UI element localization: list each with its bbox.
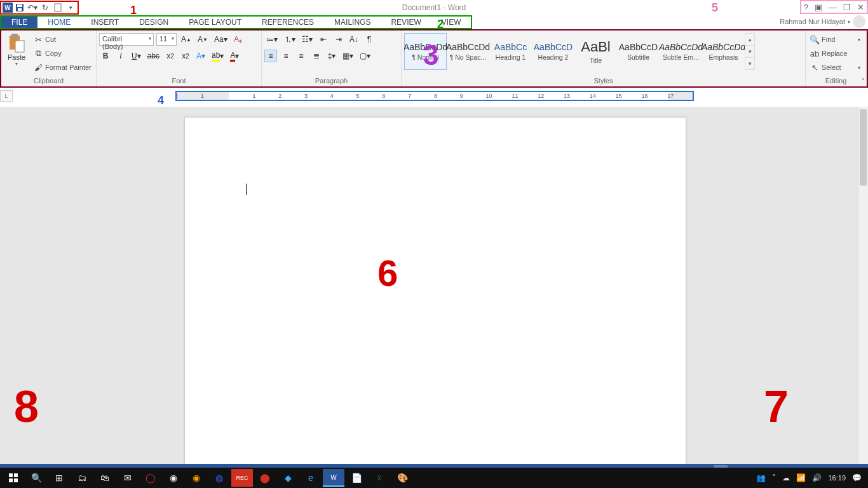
opera-button[interactable]: ◯: [140, 469, 161, 487]
text-effects-button[interactable]: A▾: [194, 50, 207, 62]
font-color-button[interactable]: A▾: [228, 50, 241, 62]
paint-button[interactable]: 🎨: [391, 469, 413, 487]
close-button[interactable]: ✕: [857, 3, 864, 12]
taskview-button[interactable]: ⊞: [48, 469, 70, 487]
borders-button[interactable]: ▢▾: [358, 50, 372, 62]
style-subtle-em-[interactable]: AaBbCcDdSubtle Em...: [660, 33, 702, 70]
tab-home[interactable]: HOME: [37, 17, 81, 28]
word-taskbar-button[interactable]: W: [323, 469, 344, 487]
redo-button[interactable]: ↻: [39, 2, 51, 13]
grow-font-button[interactable]: A▲: [179, 33, 193, 46]
highlight-button[interactable]: ab▾: [210, 50, 226, 62]
notifications-icon[interactable]: 💬: [852, 473, 862, 482]
clear-format-button[interactable]: Aᵩ: [232, 33, 245, 46]
edge-button[interactable]: e: [300, 469, 322, 487]
styles-up-button[interactable]: ▴: [745, 34, 754, 46]
start-button[interactable]: [3, 469, 24, 487]
excel-button[interactable]: X: [369, 469, 390, 487]
style--no-spac-[interactable]: AaBbCcDd¶ No Spac...: [447, 33, 489, 70]
font-name-combo[interactable]: Calibri (Body): [99, 33, 154, 46]
search-button[interactable]: 🔍: [25, 469, 47, 487]
tab-references[interactable]: REFERENCES: [252, 17, 324, 28]
scrollbar-thumb[interactable]: [860, 109, 867, 186]
styles-gallery[interactable]: AaBbCcDd¶ NormalAaBbCcDd¶ No Spac...AaBb…: [404, 33, 745, 70]
cut-button[interactable]: ✂Cut: [32, 33, 93, 46]
mail-button[interactable]: ✉: [117, 469, 139, 487]
onedrive-icon[interactable]: ☁: [782, 473, 790, 482]
copy-button[interactable]: ⧉Copy: [32, 47, 93, 60]
select-button[interactable]: ↖Select▾: [808, 61, 862, 74]
app-button-2[interactable]: ◆: [277, 469, 299, 487]
tab-mailings[interactable]: MAILINGS: [324, 17, 381, 28]
collapse-ribbon-button[interactable]: ˄: [862, 78, 865, 85]
recorder-button[interactable]: REC: [231, 469, 253, 487]
explorer-button[interactable]: 🗂: [71, 469, 93, 487]
new-doc-button[interactable]: [52, 2, 64, 13]
ribbon: Paste ▾ ✂Cut ⧉Copy 🖌Format Painter Clipb…: [0, 29, 868, 88]
shrink-font-button[interactable]: A▼: [196, 33, 210, 46]
tab-review[interactable]: REVIEW: [381, 17, 431, 28]
save-button[interactable]: [14, 2, 25, 13]
app-button-1[interactable]: ◍: [208, 469, 230, 487]
style-title[interactable]: AaBlTitle: [574, 33, 617, 70]
styles-down-button[interactable]: ▾: [745, 46, 754, 58]
show-marks-button[interactable]: ¶: [363, 33, 376, 46]
style-heading-2[interactable]: AaBbCcDHeading 2: [532, 33, 574, 70]
people-icon[interactable]: 👥: [756, 473, 766, 482]
change-case-button[interactable]: Aa▾: [212, 33, 229, 46]
tray-up-icon[interactable]: ˄: [772, 473, 776, 482]
firefox-button[interactable]: ◉: [186, 469, 207, 487]
find-icon: 🔍: [810, 34, 820, 44]
paste-button[interactable]: Paste ▾: [4, 33, 29, 67]
format-painter-button[interactable]: 🖌Format Painter: [32, 61, 93, 74]
tab-insert[interactable]: INSERT: [81, 17, 129, 28]
style-emphasis[interactable]: AaBbCcDdEmphasis: [702, 33, 745, 70]
horizontal-ruler[interactable]: 21123456789101112131415161718: [175, 91, 694, 101]
account-name[interactable]: Rahmad Nur Hidayat▾: [780, 15, 865, 28]
tab-page-layout[interactable]: PAGE LAYOUT: [179, 17, 252, 28]
store-button[interactable]: 🛍: [94, 469, 116, 487]
align-right-button[interactable]: ≡: [295, 50, 308, 62]
notepad-button[interactable]: 📄: [346, 469, 367, 487]
align-left-button[interactable]: ≡: [264, 50, 277, 62]
minimize-button[interactable]: —: [829, 3, 837, 12]
replace-button[interactable]: abReplace: [808, 47, 862, 60]
shading-button[interactable]: ▦▾: [341, 50, 355, 62]
record-dot-button[interactable]: ⬤: [254, 469, 276, 487]
qat-customize-button[interactable]: ▾: [65, 2, 76, 13]
find-button[interactable]: 🔍Find▾: [808, 33, 862, 46]
numbering-button[interactable]: ⒈▾: [282, 33, 297, 46]
style-heading-1[interactable]: AaBbCcHeading 1: [489, 33, 532, 70]
sort-button[interactable]: A↓: [348, 33, 360, 46]
ribbon-display-button[interactable]: ▣: [815, 3, 822, 12]
restore-button[interactable]: ❐: [843, 3, 851, 12]
subscript-button[interactable]: x2: [164, 50, 177, 62]
chrome-button[interactable]: ◉: [163, 469, 184, 487]
decrease-indent-button[interactable]: ⇤: [317, 33, 330, 46]
volume-icon[interactable]: 🔊: [812, 473, 822, 482]
strike-button[interactable]: abc: [146, 50, 161, 62]
tab-design[interactable]: DESIGN: [129, 17, 179, 28]
style--normal[interactable]: AaBbCcDd¶ Normal: [404, 33, 447, 70]
vertical-scrollbar[interactable]: [858, 107, 868, 466]
superscript-button[interactable]: x2: [179, 50, 192, 62]
wifi-icon[interactable]: 📶: [796, 473, 806, 482]
undo-button[interactable]: ↶▾: [27, 2, 38, 13]
line-spacing-button[interactable]: ‡▾: [325, 50, 338, 62]
tab-file[interactable]: FILE: [1, 17, 37, 28]
bullets-button[interactable]: ≔▾: [264, 33, 280, 46]
clock[interactable]: 16:19: [828, 474, 846, 482]
tab-view[interactable]: VIEW: [431, 17, 471, 28]
multilevel-button[interactable]: ☷▾: [300, 33, 315, 46]
help-button[interactable]: ?: [804, 3, 808, 12]
page[interactable]: [184, 117, 686, 488]
align-justify-button[interactable]: ≣: [310, 50, 323, 62]
italic-button[interactable]: I: [114, 50, 127, 62]
style-subtitle[interactable]: AaBbCcDSubtitle: [617, 33, 660, 70]
underline-button[interactable]: U▾: [130, 50, 143, 62]
align-center-button[interactable]: ≡: [280, 50, 292, 62]
bold-button[interactable]: B: [99, 50, 112, 62]
increase-indent-button[interactable]: ⇥: [332, 33, 345, 46]
styles-more-button[interactable]: ▾: [745, 58, 754, 69]
font-size-combo[interactable]: 11: [156, 33, 177, 46]
